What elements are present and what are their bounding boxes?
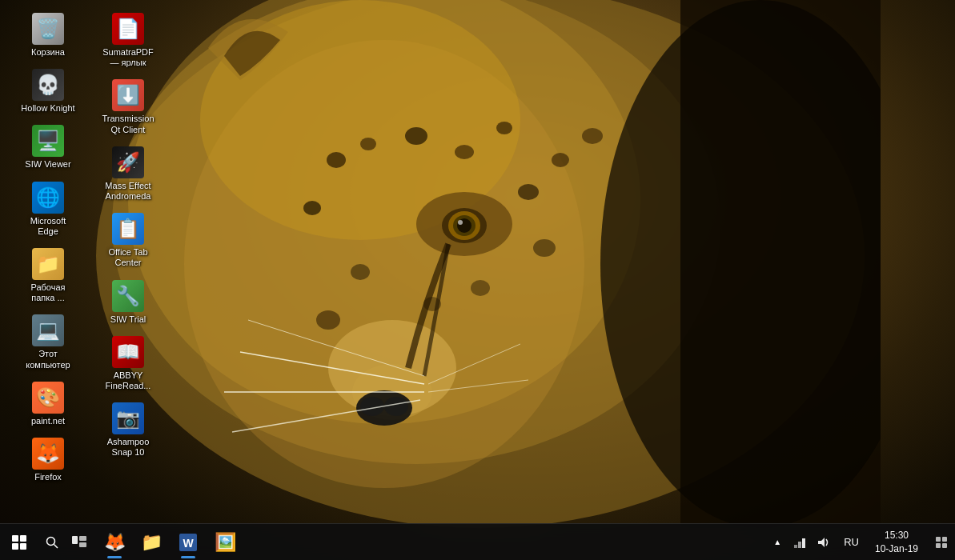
volume-icon — [817, 536, 829, 549]
desktop-icon-etot-kompyuter[interactable]: 💻Этот компьютер — [16, 310, 80, 374]
notification-icon — [935, 536, 948, 549]
svg-point-39 — [47, 537, 55, 545]
desktop-icon-transmission[interactable]: ⬇️Transmission Qt Client — [96, 74, 160, 139]
siw-trial-icon: 🔧 — [112, 280, 144, 312]
firefox-label: Firefox — [34, 472, 62, 482]
tray-network-icon[interactable] — [789, 524, 812, 561]
siw-viewer-label: SIW Viewer — [25, 159, 70, 170]
clock[interactable]: 15:30 10-Jan-19 — [865, 524, 928, 561]
desktop-icon-recycle[interactable]: 🗑️Корзина — [16, 8, 80, 62]
firefox-taskbar-icon: 🦊 — [104, 532, 125, 553]
abbyy-icon: 📖 — [112, 336, 144, 368]
svg-rect-41 — [72, 536, 78, 544]
svg-rect-51 — [936, 543, 941, 548]
tray-expand-button[interactable]: ▲ — [768, 524, 786, 561]
etot-kompyuter-icon: 💻 — [32, 314, 64, 346]
paintnet-label: paint.net — [31, 416, 65, 426]
svg-rect-49 — [936, 537, 941, 542]
desktop-icon-siw-trial[interactable]: 🔧SIW Trial — [96, 275, 160, 330]
active-indicator — [107, 556, 122, 558]
transmission-icon: ⬇️ — [112, 79, 144, 111]
notification-center-button[interactable] — [928, 524, 955, 561]
svg-rect-48 — [802, 538, 805, 548]
taskbar-app-photos[interactable]: 🖼️ — [207, 524, 243, 561]
taskbar-app-firefox[interactable]: 🦊 — [96, 524, 133, 561]
ashampoo-icon: 📷 — [112, 402, 144, 434]
search-icon — [46, 536, 58, 549]
svg-text:W: W — [183, 537, 194, 550]
desktop-icon-firefox[interactable]: 🦊Firefox — [16, 433, 80, 487]
language-indicator[interactable]: RU — [837, 524, 865, 561]
desktop-icon-hollow-knight[interactable]: 💀Hollow Knight — [16, 64, 80, 118]
svg-rect-47 — [798, 542, 801, 548]
recycle-icon: 🗑️ — [32, 13, 64, 45]
system-tray: ▲ RU — [768, 524, 955, 561]
desktop-icon-microsoft-edge[interactable]: 🌐Microsoft Edge — [16, 177, 80, 242]
desktop-icon-ashampoo[interactable]: 📷Ashampoo Snap 10 — [96, 398, 160, 462]
svg-rect-43 — [79, 542, 86, 547]
desktop: 🗑️Корзина💀Hollow Knight🖥️SIW Viewer🌐Micr… — [0, 0, 955, 560]
sumatra-pdf-icon: 📄 — [112, 13, 144, 45]
siw-trial-label: SIW Trial — [110, 314, 146, 325]
mass-effect-label: Mass Effect Andromeda — [99, 181, 157, 202]
officetab-icon: 📋 — [112, 213, 144, 245]
taskbar-app-word[interactable]: W — [170, 524, 207, 561]
taskbar-app-explorer[interactable]: 📁 — [133, 524, 170, 561]
sumatra-pdf-label: SumatraPDF — ярлык — [99, 47, 157, 68]
svg-line-40 — [54, 544, 58, 548]
taskbar-apps: 🦊 📁 W 🖼️ — [96, 524, 243, 561]
paintnet-icon: 🎨 — [32, 382, 64, 414]
etot-kompyuter-label: Этот компьютер — [19, 349, 77, 370]
desktop-icon-siw-viewer[interactable]: 🖥️SIW Viewer — [16, 120, 80, 174]
svg-rect-46 — [794, 545, 797, 548]
desktop-icon-abbyy[interactable]: 📖ABBYY FineRead... — [96, 331, 160, 396]
svg-rect-42 — [79, 536, 86, 541]
start-button[interactable] — [0, 524, 38, 561]
rabochaya-icon: 📁 — [32, 248, 64, 280]
recycle-label: Корзина — [31, 47, 65, 58]
windows-logo-icon — [12, 535, 26, 550]
word-taskbar-icon: W — [178, 532, 199, 553]
desktop-icon-officetab[interactable]: 📋Office Tab Center — [96, 208, 160, 273]
svg-rect-50 — [942, 537, 947, 542]
hollow-knight-icon: 💀 — [32, 69, 64, 101]
rabochaya-label: Рабочая папка ... — [19, 282, 77, 303]
desktop-icon-sumatra-pdf[interactable]: 📄SumatraPDF — ярлык — [96, 8, 160, 73]
hollow-knight-label: Hollow Knight — [21, 103, 74, 114]
task-view-icon — [72, 536, 86, 549]
officetab-label: Office Tab Center — [99, 247, 157, 268]
ashampoo-label: Ashampoo Snap 10 — [99, 437, 157, 458]
desktop-icon-rabochaya[interactable]: 📁Рабочая папка ... — [16, 243, 80, 308]
microsoft-edge-label: Microsoft Edge — [19, 216, 77, 237]
tray-volume-icon[interactable] — [812, 524, 834, 561]
desktop-icons-container: 🗑️Корзина💀Hollow Knight🖥️SIW Viewer🌐Micr… — [16, 8, 176, 504]
task-view-button[interactable] — [66, 524, 93, 561]
network-icon — [794, 537, 807, 548]
photos-taskbar-icon: 🖼️ — [215, 532, 235, 553]
mass-effect-icon: 🚀 — [112, 146, 144, 178]
desktop-icon-paintnet[interactable]: 🎨paint.net — [16, 377, 80, 431]
microsoft-edge-icon: 🌐 — [32, 182, 64, 214]
desktop-icon-mass-effect[interactable]: 🚀Mass Effect Andromeda — [96, 142, 160, 206]
search-button[interactable] — [38, 524, 66, 561]
taskbar: 🦊 📁 W 🖼️ ▲ — [0, 523, 955, 560]
explorer-taskbar-icon: 📁 — [141, 532, 162, 553]
abbyy-label: ABBYY FineRead... — [99, 370, 157, 391]
firefox-icon: 🦊 — [32, 438, 64, 470]
svg-rect-52 — [942, 543, 947, 548]
transmission-label: Transmission Qt Client — [99, 114, 157, 134]
tray-icons — [786, 524, 837, 561]
active-indicator-word — [181, 556, 195, 558]
siw-viewer-icon: 🖥️ — [32, 125, 64, 157]
